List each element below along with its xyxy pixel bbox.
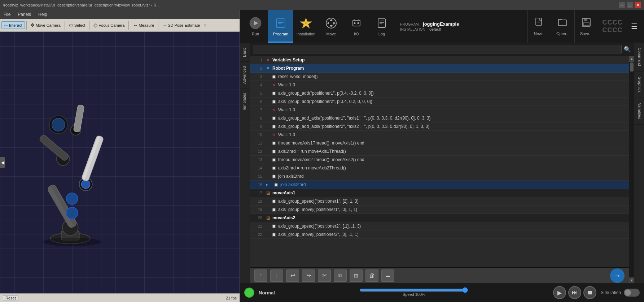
- split-button[interactable]: ▬: [381, 269, 394, 282]
- tool-interact-label: Interact: [9, 23, 22, 27]
- interact-icon: ⊹: [4, 22, 8, 28]
- menu-help[interactable]: Help: [37, 11, 49, 18]
- undo-button[interactable]: ↩: [286, 269, 299, 282]
- tool-focus-camera[interactable]: ◎ Focus Camera: [91, 21, 127, 29]
- skip-button[interactable]: ⏭: [568, 286, 581, 299]
- table-row[interactable]: 10 ✕ Wait: 1.0: [250, 131, 629, 139]
- sidebar-tab-basic[interactable]: Basic: [240, 43, 250, 61]
- toolbar-expand[interactable]: »: [204, 23, 206, 28]
- svg-rect-45: [583, 23, 589, 26]
- hamburger-menu[interactable]: ☰: [627, 10, 641, 43]
- table-row[interactable]: 21 🔲 axis_group_speedj("positioner2", [.…: [250, 222, 629, 230]
- table-row[interactable]: 20 ⊞ moveAxis2: [250, 214, 629, 222]
- tool-2d-pose-label: 2D Pose Estimate: [168, 23, 200, 27]
- installation-icon: [299, 16, 313, 30]
- save-label: Save...: [580, 31, 592, 36]
- stop-button[interactable]: ⏹: [583, 286, 596, 299]
- search-icon[interactable]: 🔍: [624, 46, 631, 53]
- table-row[interactable]: 22 🔲 axis_group_movej("positioner2", [0]…: [250, 230, 629, 239]
- tool-select[interactable]: ▭ Select: [66, 21, 88, 29]
- table-row[interactable]: 14 🔲 axis2thrd = run moveAxis2Thread(): [250, 164, 629, 172]
- move-icon: [324, 16, 338, 30]
- svg-rect-36: [378, 19, 385, 27]
- table-row[interactable]: 4 ✕ Wait: 1.0: [250, 81, 629, 89]
- nav-installation[interactable]: Installation: [293, 10, 319, 43]
- table-row[interactable]: 15 🔲 join axis1thrd: [250, 172, 629, 181]
- scroll-down-arrow[interactable]: ▼: [629, 277, 634, 283]
- minimize-button[interactable]: ─: [619, 2, 625, 8]
- save-button[interactable]: Save...: [574, 10, 598, 43]
- close-button[interactable]: ✕: [635, 2, 641, 8]
- ur-content: Basic Advanced Templates 🔍: [240, 43, 644, 283]
- search-input[interactable]: [253, 45, 622, 53]
- new-label: New...: [534, 31, 545, 36]
- tool-2d-pose[interactable]: → 2D Pose Estimate: [160, 21, 202, 29]
- table-row[interactable]: 11 🔲 thread moveAxis1Thread(): moveAxis1…: [250, 139, 629, 147]
- copy-button[interactable]: ⧉: [334, 269, 347, 282]
- table-row[interactable]: 3 🔲 reset_world_model(): [250, 73, 629, 81]
- menu-panels[interactable]: Panels: [16, 11, 32, 18]
- table-row[interactable]: 18 🔲 axis_group_speedj("positioner1", [2…: [250, 197, 629, 206]
- paste-button[interactable]: ⊞: [350, 269, 363, 282]
- open-button[interactable]: Open...: [551, 10, 574, 43]
- sidebar-tab-advanced[interactable]: Advanced: [240, 61, 250, 88]
- nav-io[interactable]: I/O: [344, 10, 369, 43]
- open-label: Open...: [556, 31, 569, 36]
- rviz-viewport[interactable]: ◀: [0, 32, 240, 293]
- table-row[interactable]: 7 ✕ Wait: 1.0: [250, 106, 629, 114]
- table-row[interactable]: 6 🔲 axis_group_add("positioner2", p[0.4,…: [250, 98, 629, 106]
- table-row[interactable]: 17 ⊞ moveAxis1: [250, 189, 629, 197]
- program-icon: [273, 16, 288, 30]
- tool-focus-camera-label: Focus Camera: [98, 23, 124, 27]
- program-area: 1 ✕ Variables Setup 2 ▼ Robot Program: [250, 56, 629, 283]
- table-row[interactable]: 1 ✕ Variables Setup: [250, 56, 629, 64]
- status-text: Normal: [259, 290, 275, 295]
- menu-file[interactable]: File: [2, 11, 12, 18]
- nav-log[interactable]: Log: [369, 10, 394, 43]
- reset-button[interactable]: Reset: [3, 295, 18, 301]
- scroll-thumb[interactable]: [630, 62, 634, 72]
- nav-move[interactable]: Move: [319, 10, 344, 43]
- table-row[interactable]: 19 🔲 axis_group_movej("positioner1", [0]…: [250, 206, 629, 214]
- play-button[interactable]: ▶: [553, 286, 566, 299]
- nav-program[interactable]: Program: [268, 10, 293, 43]
- table-row[interactable]: 9 🔲 axis_group_add_axis("positioner2", "…: [250, 122, 629, 131]
- scroll-up-arrow[interactable]: ▲: [629, 56, 634, 62]
- new-button[interactable]: New...: [527, 10, 551, 43]
- nav-move-label: Move: [327, 32, 336, 36]
- table-row[interactable]: 2 ▼ Robot Program: [250, 64, 629, 73]
- simulation-toggle-switch[interactable]: [624, 289, 640, 297]
- table-row[interactable]: 13 🔲 thread moveAxis2Thread(): moveAxis2…: [250, 156, 629, 164]
- svg-point-14: [52, 118, 65, 131]
- maximize-button[interactable]: □: [627, 2, 633, 8]
- go-button[interactable]: →: [610, 268, 625, 283]
- pose-icon: →: [162, 22, 167, 28]
- cut-button[interactable]: ✂: [318, 269, 331, 282]
- tool-measure[interactable]: ↔ Measure: [130, 21, 157, 29]
- delete-button[interactable]: 🗑: [365, 269, 378, 282]
- program-list[interactable]: 1 ✕ Variables Setup 2 ▼ Robot Program: [250, 56, 629, 267]
- move-up-button[interactable]: ↑: [254, 269, 267, 282]
- right-tab-graphics[interactable]: Graphics: [634, 72, 644, 98]
- tool-interact[interactable]: ⊹ Interact: [1, 21, 25, 29]
- table-row[interactable]: 5 🔲 axis_group_add("positioner1", p[0.4,…: [250, 89, 629, 98]
- move-camera-icon: ✥: [31, 22, 35, 28]
- speed-slider[interactable]: [360, 289, 468, 292]
- new-icon: [534, 17, 545, 30]
- ur-panel: Run Program: [240, 10, 644, 302]
- svg-rect-4: [48, 186, 74, 228]
- nav-run[interactable]: Run: [243, 10, 268, 43]
- tool-move-camera[interactable]: ✥ Move Camera: [28, 21, 63, 29]
- redo-button[interactable]: ↪: [302, 269, 315, 282]
- left-sidebar: Basic Advanced Templates: [240, 43, 250, 283]
- right-tab-variables[interactable]: Variables: [634, 98, 644, 125]
- move-down-button[interactable]: ↓: [270, 269, 283, 282]
- table-row[interactable]: 16 ► 🔲 join axis2thrd: [250, 181, 629, 189]
- sidebar-tab-templates[interactable]: Templates: [240, 88, 250, 115]
- window-title-bar: /root/rviz_workspace/install/ur_descript…: [0, 0, 644, 10]
- viewport-collapse-arrow[interactable]: ◀: [0, 157, 5, 168]
- svg-rect-44: [584, 18, 587, 21]
- table-row[interactable]: 12 🔲 axis1thrd = run moveAxis1Thread(): [250, 147, 629, 156]
- right-tab-command[interactable]: Command: [634, 43, 644, 72]
- table-row[interactable]: 8 🔲 axis_group_add_axis("positioner1", "…: [250, 114, 629, 122]
